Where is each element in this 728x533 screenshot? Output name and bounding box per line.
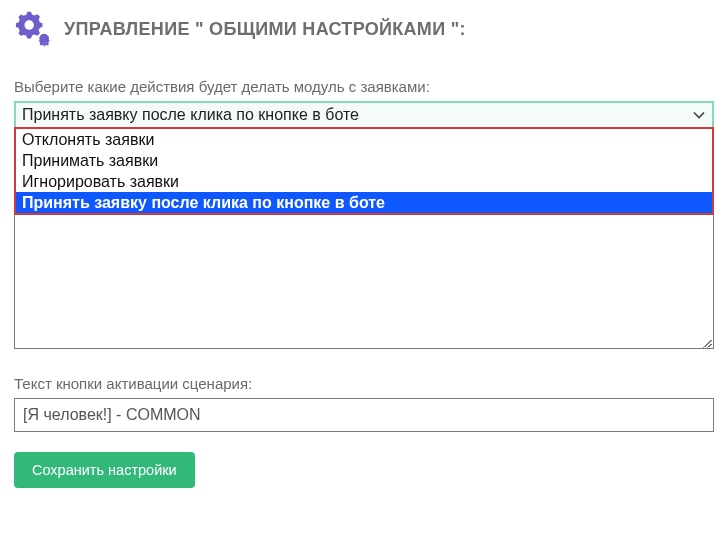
dropdown-option[interactable]: Отклонять заявки bbox=[16, 129, 712, 150]
action-select-label: Выберите какие действия будет делать мод… bbox=[14, 78, 714, 95]
action-select-value: Принять заявку после клика по кнопке в б… bbox=[16, 103, 712, 127]
button-text-input[interactable] bbox=[14, 398, 714, 432]
page-title: УПРАВЛЕНИЕ " ОБЩИМИ НАСТРОЙКАМИ ": bbox=[64, 19, 466, 40]
textarea-field[interactable] bbox=[14, 215, 714, 349]
action-select-dropdown[interactable]: Отклонять заявки Принимать заявки Игнори… bbox=[14, 127, 714, 215]
dropdown-option-selected[interactable]: Принять заявку после клика по кнопке в б… bbox=[16, 192, 712, 213]
resize-handle-icon[interactable] bbox=[700, 335, 712, 347]
button-text-label: Текст кнопки активации сценария: bbox=[14, 375, 714, 392]
content-area: Выберите какие действия будет делать мод… bbox=[0, 54, 728, 502]
dropdown-option[interactable]: Принимать заявки bbox=[16, 150, 712, 171]
save-button[interactable]: Сохранить настройки bbox=[14, 452, 195, 488]
dropdown-option[interactable]: Игнорировать заявки bbox=[16, 171, 712, 192]
gears-icon bbox=[14, 10, 52, 48]
page-header: УПРАВЛЕНИЕ " ОБЩИМИ НАСТРОЙКАМИ ": bbox=[0, 0, 728, 54]
action-select[interactable]: Принять заявку после клика по кнопке в б… bbox=[14, 101, 714, 129]
